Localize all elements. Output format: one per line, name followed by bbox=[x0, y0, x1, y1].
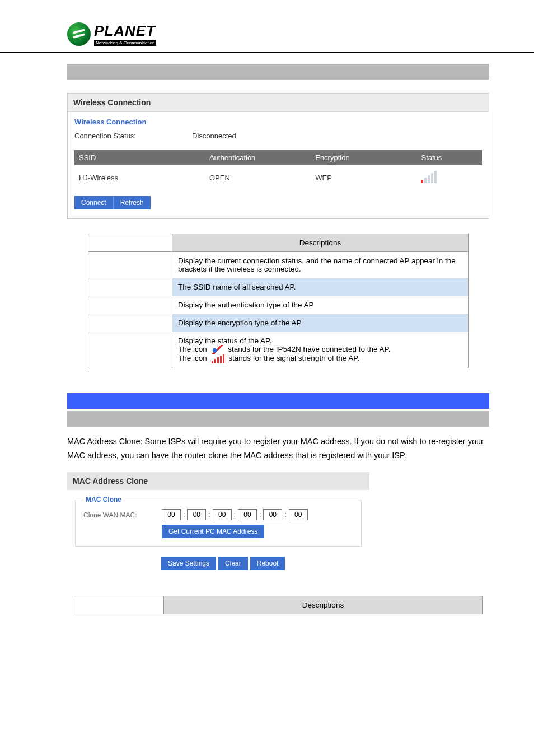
mac-panel-title: MAC Address Clone bbox=[67, 472, 369, 490]
mac-octet-1[interactable] bbox=[187, 509, 206, 520]
desc1-status-row: Display the status of the AP. The icon s… bbox=[172, 332, 469, 368]
col-auth: Authentication bbox=[205, 150, 311, 165]
desc2-header: Descriptions bbox=[164, 596, 483, 614]
refresh-button[interactable]: Refresh bbox=[114, 196, 151, 209]
logo-brand-text: PLANET bbox=[94, 22, 156, 40]
wireless-connection-panel: Wireless Connection Wireless Connection … bbox=[67, 93, 489, 219]
wireless-ap-table: SSID Authentication Encryption Status HJ… bbox=[74, 150, 482, 190]
mac-octet-4[interactable] bbox=[263, 509, 282, 520]
cell-ssid: HJ-Wireless bbox=[74, 165, 205, 190]
table-row: Display the status of the AP. The icon s… bbox=[88, 332, 469, 368]
mac-description-text: MAC Address Clone: Some ISPs will requir… bbox=[67, 435, 489, 462]
desc1-key-header bbox=[88, 234, 172, 252]
fieldset-legend: Wireless Connection bbox=[74, 116, 482, 132]
desc1-row3: Display the encryption type of the AP bbox=[172, 314, 469, 332]
table-row[interactable]: HJ-Wireless OPEN WEP bbox=[74, 165, 482, 190]
descriptions-table-1: Descriptions Display the current connect… bbox=[88, 234, 469, 368]
blue-section-bar bbox=[67, 393, 489, 409]
signal-bars-icon bbox=[212, 354, 224, 363]
mac-octet-2[interactable] bbox=[213, 509, 232, 520]
connect-button[interactable]: Connect bbox=[74, 196, 114, 209]
mac-octet-5[interactable] bbox=[289, 509, 308, 520]
mac-octet-3[interactable] bbox=[238, 509, 257, 520]
panel-title: Wireless Connection bbox=[68, 94, 489, 112]
desc1-header: Descriptions bbox=[172, 234, 469, 252]
table-row: The SSID name of all searched AP. bbox=[88, 278, 469, 296]
col-ssid: SSID bbox=[74, 150, 205, 165]
mac-fieldset-legend: MAC Clone bbox=[83, 496, 124, 503]
logo-globe-icon bbox=[67, 22, 91, 46]
logo-tagline: Networking & Communication bbox=[94, 40, 156, 46]
connection-status-value: Disconnected bbox=[192, 132, 236, 140]
clear-button[interactable]: Clear bbox=[218, 557, 248, 570]
cell-auth: OPEN bbox=[205, 165, 311, 190]
connection-status-label: Connection Status: bbox=[74, 132, 192, 140]
connected-check-icon bbox=[210, 345, 225, 354]
cell-status bbox=[416, 165, 482, 190]
save-settings-button[interactable]: Save Settings bbox=[161, 557, 216, 570]
get-current-pc-mac-button[interactable]: Get Current PC MAC Address bbox=[162, 525, 264, 538]
desc1-row2: Display the authentication type of the A… bbox=[172, 296, 469, 314]
brand-logo: PLANET Networking & Communication bbox=[67, 22, 534, 46]
cell-enc: WEP bbox=[311, 165, 416, 190]
table-row: Display the current connection status, a… bbox=[88, 252, 469, 278]
reboot-button[interactable]: Reboot bbox=[250, 557, 285, 570]
signal-strength-icon bbox=[421, 171, 437, 183]
desc1-row1: The SSID name of all searched AP. bbox=[172, 278, 469, 296]
grey-section-bar bbox=[67, 64, 489, 80]
col-status: Status bbox=[416, 150, 482, 165]
grey-section-bar-2 bbox=[67, 411, 489, 427]
desc1-row0: Display the current connection status, a… bbox=[172, 252, 469, 278]
mac-octet-0[interactable] bbox=[162, 509, 181, 520]
table-row: Display the encryption type of the AP bbox=[88, 314, 469, 332]
table-row: Display the authentication type of the A… bbox=[88, 296, 469, 314]
clone-wan-mac-label: Clone WAN MAC: bbox=[83, 509, 151, 519]
mac-address-clone-panel: MAC Address Clone MAC Clone Clone WAN MA… bbox=[67, 472, 369, 580]
mac-octet-inputs: : : : : : bbox=[162, 509, 308, 520]
col-enc: Encryption bbox=[311, 150, 416, 165]
desc2-key-header bbox=[74, 596, 164, 614]
descriptions-table-2: Descriptions bbox=[74, 596, 483, 614]
